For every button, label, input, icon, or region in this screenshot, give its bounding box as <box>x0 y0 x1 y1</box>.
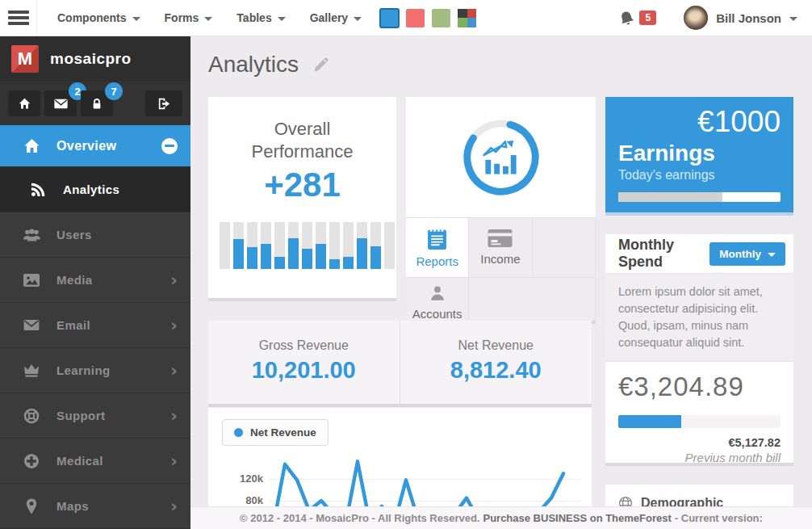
user-menu[interactable]: Bill Jonson <box>684 6 797 30</box>
tab-income[interactable]: Income <box>469 218 532 277</box>
spend-amount: €3,204.89 <box>618 372 781 402</box>
net-revenue-cell: Net Revenue 8,812.40 <box>400 321 592 404</box>
donut-chart <box>406 97 596 218</box>
caret-down-icon <box>278 17 286 21</box>
sidebar-toggle-button[interactable] <box>0 0 37 36</box>
footer: © 2012 - 2014 - MosaicPro - All Rights R… <box>190 506 812 529</box>
tab-accounts[interactable]: Accounts <box>406 277 469 321</box>
earnings-title: Earnings <box>618 141 781 166</box>
bell-icon <box>617 8 637 27</box>
sidebar-item-learning[interactable]: Learning › <box>0 348 190 393</box>
sidebar-item-label: Analytics <box>63 183 119 196</box>
menu-label: Forms <box>165 11 199 24</box>
notifications-button[interactable]: 5 <box>619 10 656 26</box>
earnings-subtitle: Today's earnings <box>618 168 781 183</box>
navbar-right: 5 Bill Jonson <box>619 6 812 30</box>
theme-swatch-blue[interactable] <box>380 9 399 27</box>
sidebar-item-label: Support <box>57 409 105 422</box>
envelope-icon <box>21 319 42 331</box>
chevron-right-icon: › <box>170 498 178 515</box>
credit-card-icon <box>488 229 513 247</box>
menu-forms[interactable]: Forms <box>153 0 225 36</box>
top-navbar: Components Forms Tables Gallery 5 <box>0 0 812 36</box>
theme-swatch-green[interactable] <box>432 9 450 27</box>
sidebar: M mosaicpro 2 7 Overview <box>0 36 190 529</box>
menu-label: Components <box>57 11 127 24</box>
sidebar-item-label: Learning <box>57 363 111 377</box>
envelope-icon <box>54 99 68 109</box>
previous-month-label: Previus month bill <box>618 451 781 464</box>
hamburger-icon <box>8 10 29 14</box>
app-root: Components Forms Tables Gallery 5 <box>0 0 812 529</box>
security-count-badge: 7 <box>105 82 123 100</box>
chevron-right-icon: › <box>170 452 178 470</box>
tab-empty <box>533 218 596 277</box>
revenue-summary-card: Gross Revenue 10,201.00 Net Revenue 8,81… <box>208 321 592 404</box>
widget-tabs: Reports Income <box>406 218 596 277</box>
performance-value: +281 <box>208 166 396 204</box>
earnings-progress-bar <box>618 192 781 202</box>
security-button[interactable]: 7 <box>81 90 113 116</box>
sidebar-item-label: Users <box>57 228 92 241</box>
sidebar-toolbar: 2 7 <box>0 82 190 125</box>
previous-month-amount: €5,127.82 <box>618 436 781 449</box>
chart-trend-icon <box>483 140 516 174</box>
avatar <box>684 6 708 30</box>
brand-name: mosaicpro <box>50 50 132 68</box>
messages-button[interactable]: 2 <box>44 90 77 116</box>
sidebar-item-label: Maps <box>57 499 89 513</box>
main-menu: Components Forms Tables Gallery <box>45 0 374 36</box>
mini-bar-chart <box>220 222 396 269</box>
caret-down-icon <box>204 17 212 21</box>
caret-down-icon <box>354 17 362 21</box>
chevron-right-icon: › <box>170 407 178 425</box>
tab-label: Accounts <box>412 307 463 321</box>
tab-empty <box>469 277 596 321</box>
sidebar-item-medical[interactable]: Medical › <box>0 439 190 484</box>
theme-swatch-multicolor[interactable] <box>458 9 476 27</box>
menu-gallery[interactable]: Gallery <box>298 0 374 36</box>
tab-label: Income <box>480 252 520 266</box>
sidebar-item-maps[interactable]: Maps › <box>0 484 190 529</box>
sidebar-item-users[interactable]: Users <box>0 212 190 258</box>
card-title: Overall Performance <box>208 118 396 162</box>
net-revenue-label: Net Revenue <box>400 338 592 353</box>
gross-revenue-value: 10,201.00 <box>208 357 400 384</box>
caret-down-icon <box>789 17 797 21</box>
reports-widget-card: Reports Income Accounts <box>406 97 596 321</box>
menu-components[interactable]: Components <box>45 0 153 36</box>
edit-pencil-icon[interactable] <box>312 55 331 74</box>
collapse-icon[interactable] <box>161 138 178 154</box>
overall-performance-card: Overall Performance +281 <box>208 97 396 298</box>
sidebar-item-email[interactable]: Email › <box>0 303 190 348</box>
sidebar-item-support[interactable]: Support › <box>0 393 190 439</box>
chevron-right-icon: › <box>170 271 178 289</box>
spend-description: Lorem ipsum dolor sit amet, consectetur … <box>605 273 793 362</box>
brand[interactable]: M mosaicpro <box>0 36 190 82</box>
footer-purchase-link[interactable]: Purchase BUSINESS on ThemeForest <box>483 512 671 524</box>
menu-tables[interactable]: Tables <box>224 0 297 36</box>
rss-icon <box>27 182 48 197</box>
net-revenue-value: 8,812.40 <box>400 357 592 384</box>
home-button[interactable] <box>8 90 40 116</box>
gross-revenue-cell: Gross Revenue 10,201.00 <box>208 321 400 404</box>
logout-button[interactable] <box>145 90 182 116</box>
tab-reports[interactable]: Reports <box>406 218 469 277</box>
sidebar-item-label: Overview <box>57 139 116 153</box>
home-icon <box>21 138 42 154</box>
plus-circle-icon <box>21 453 42 469</box>
brand-logo: M <box>11 45 39 73</box>
footer-copyright: © 2012 - 2014 - MosaicPro - All Rights R… <box>240 512 479 524</box>
chevron-right-icon: › <box>170 317 178 334</box>
spend-progress-bar <box>618 415 781 428</box>
sidebar-item-overview[interactable]: Overview <box>0 125 190 167</box>
sidebar-item-media[interactable]: Media › <box>0 258 190 303</box>
theme-swatch-red[interactable] <box>406 9 425 27</box>
sidebar-item-analytics[interactable]: Analytics <box>0 167 190 212</box>
notepad-icon <box>428 228 446 250</box>
period-select-button[interactable]: Monthly <box>709 242 785 266</box>
crown-icon <box>21 363 42 377</box>
caret-down-icon <box>768 253 776 257</box>
theme-swatches <box>380 9 476 27</box>
life-ring-icon <box>21 408 42 424</box>
